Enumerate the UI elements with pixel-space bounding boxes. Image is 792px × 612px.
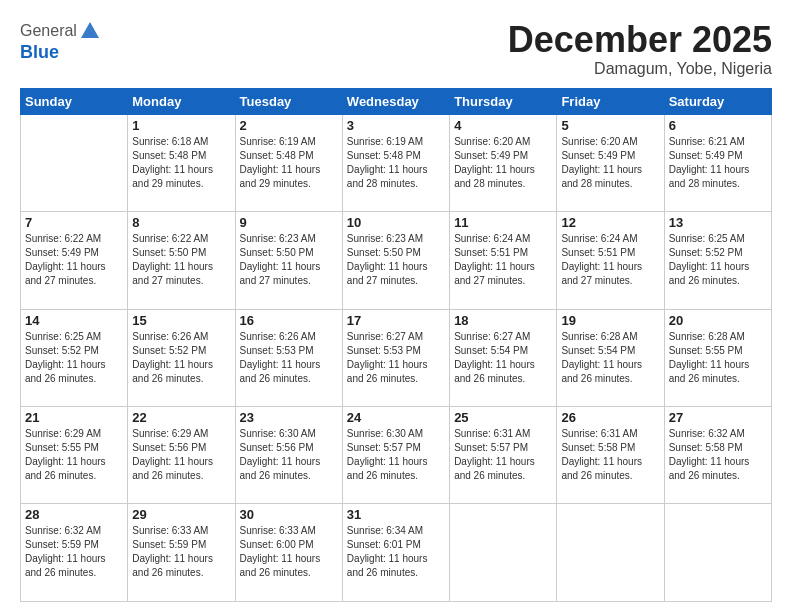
calendar-cell: 24Sunrise: 6:30 AM Sunset: 5:57 PM Dayli… [342, 407, 449, 504]
calendar-cell: 19Sunrise: 6:28 AM Sunset: 5:54 PM Dayli… [557, 309, 664, 406]
day-info: Sunrise: 6:22 AM Sunset: 5:49 PM Dayligh… [25, 232, 123, 288]
day-info: Sunrise: 6:24 AM Sunset: 5:51 PM Dayligh… [561, 232, 659, 288]
day-info: Sunrise: 6:32 AM Sunset: 5:58 PM Dayligh… [669, 427, 767, 483]
day-number: 16 [240, 313, 338, 328]
calendar-cell [21, 114, 128, 211]
calendar-cell: 26Sunrise: 6:31 AM Sunset: 5:58 PM Dayli… [557, 407, 664, 504]
day-number: 4 [454, 118, 552, 133]
day-number: 5 [561, 118, 659, 133]
day-info: Sunrise: 6:34 AM Sunset: 6:01 PM Dayligh… [347, 524, 445, 580]
calendar-cell: 8Sunrise: 6:22 AM Sunset: 5:50 PM Daylig… [128, 212, 235, 309]
header-friday: Friday [557, 88, 664, 114]
day-number: 27 [669, 410, 767, 425]
calendar-cell: 4Sunrise: 6:20 AM Sunset: 5:49 PM Daylig… [450, 114, 557, 211]
day-info: Sunrise: 6:31 AM Sunset: 5:58 PM Dayligh… [561, 427, 659, 483]
calendar-cell: 20Sunrise: 6:28 AM Sunset: 5:55 PM Dayli… [664, 309, 771, 406]
calendar-cell: 16Sunrise: 6:26 AM Sunset: 5:53 PM Dayli… [235, 309, 342, 406]
header-wednesday: Wednesday [342, 88, 449, 114]
calendar-cell: 18Sunrise: 6:27 AM Sunset: 5:54 PM Dayli… [450, 309, 557, 406]
day-number: 12 [561, 215, 659, 230]
calendar-cell: 28Sunrise: 6:32 AM Sunset: 5:59 PM Dayli… [21, 504, 128, 602]
day-number: 10 [347, 215, 445, 230]
day-number: 13 [669, 215, 767, 230]
day-number: 21 [25, 410, 123, 425]
header-saturday: Saturday [664, 88, 771, 114]
calendar-cell: 23Sunrise: 6:30 AM Sunset: 5:56 PM Dayli… [235, 407, 342, 504]
calendar-cell: 25Sunrise: 6:31 AM Sunset: 5:57 PM Dayli… [450, 407, 557, 504]
calendar-cell: 14Sunrise: 6:25 AM Sunset: 5:52 PM Dayli… [21, 309, 128, 406]
day-number: 25 [454, 410, 552, 425]
calendar-cell: 30Sunrise: 6:33 AM Sunset: 6:00 PM Dayli… [235, 504, 342, 602]
calendar-cell: 1Sunrise: 6:18 AM Sunset: 5:48 PM Daylig… [128, 114, 235, 211]
logo-blue-text: Blue [20, 42, 59, 62]
day-info: Sunrise: 6:26 AM Sunset: 5:52 PM Dayligh… [132, 330, 230, 386]
day-number: 14 [25, 313, 123, 328]
day-number: 26 [561, 410, 659, 425]
calendar-week-row: 1Sunrise: 6:18 AM Sunset: 5:48 PM Daylig… [21, 114, 772, 211]
day-info: Sunrise: 6:18 AM Sunset: 5:48 PM Dayligh… [132, 135, 230, 191]
day-number: 24 [347, 410, 445, 425]
day-info: Sunrise: 6:28 AM Sunset: 5:55 PM Dayligh… [669, 330, 767, 386]
day-info: Sunrise: 6:19 AM Sunset: 5:48 PM Dayligh… [240, 135, 338, 191]
calendar-week-row: 28Sunrise: 6:32 AM Sunset: 5:59 PM Dayli… [21, 504, 772, 602]
day-number: 6 [669, 118, 767, 133]
day-number: 8 [132, 215, 230, 230]
calendar-week-row: 7Sunrise: 6:22 AM Sunset: 5:49 PM Daylig… [21, 212, 772, 309]
day-info: Sunrise: 6:27 AM Sunset: 5:54 PM Dayligh… [454, 330, 552, 386]
weekday-header-row: Sunday Monday Tuesday Wednesday Thursday… [21, 88, 772, 114]
header-tuesday: Tuesday [235, 88, 342, 114]
day-number: 30 [240, 507, 338, 522]
svg-marker-0 [81, 22, 99, 38]
day-info: Sunrise: 6:23 AM Sunset: 5:50 PM Dayligh… [240, 232, 338, 288]
day-info: Sunrise: 6:23 AM Sunset: 5:50 PM Dayligh… [347, 232, 445, 288]
day-info: Sunrise: 6:19 AM Sunset: 5:48 PM Dayligh… [347, 135, 445, 191]
calendar-cell: 9Sunrise: 6:23 AM Sunset: 5:50 PM Daylig… [235, 212, 342, 309]
day-info: Sunrise: 6:26 AM Sunset: 5:53 PM Dayligh… [240, 330, 338, 386]
day-info: Sunrise: 6:30 AM Sunset: 5:56 PM Dayligh… [240, 427, 338, 483]
day-number: 29 [132, 507, 230, 522]
day-number: 18 [454, 313, 552, 328]
day-number: 1 [132, 118, 230, 133]
day-number: 2 [240, 118, 338, 133]
calendar-table: Sunday Monday Tuesday Wednesday Thursday… [20, 88, 772, 602]
day-number: 19 [561, 313, 659, 328]
day-info: Sunrise: 6:29 AM Sunset: 5:56 PM Dayligh… [132, 427, 230, 483]
calendar-cell: 22Sunrise: 6:29 AM Sunset: 5:56 PM Dayli… [128, 407, 235, 504]
day-info: Sunrise: 6:25 AM Sunset: 5:52 PM Dayligh… [25, 330, 123, 386]
header-sunday: Sunday [21, 88, 128, 114]
logo-icon [79, 20, 101, 42]
day-number: 3 [347, 118, 445, 133]
day-number: 17 [347, 313, 445, 328]
day-info: Sunrise: 6:25 AM Sunset: 5:52 PM Dayligh… [669, 232, 767, 288]
day-info: Sunrise: 6:32 AM Sunset: 5:59 PM Dayligh… [25, 524, 123, 580]
calendar-cell: 13Sunrise: 6:25 AM Sunset: 5:52 PM Dayli… [664, 212, 771, 309]
day-info: Sunrise: 6:33 AM Sunset: 5:59 PM Dayligh… [132, 524, 230, 580]
logo: General Blue [20, 20, 101, 63]
calendar-cell: 21Sunrise: 6:29 AM Sunset: 5:55 PM Dayli… [21, 407, 128, 504]
day-info: Sunrise: 6:31 AM Sunset: 5:57 PM Dayligh… [454, 427, 552, 483]
calendar-week-row: 14Sunrise: 6:25 AM Sunset: 5:52 PM Dayli… [21, 309, 772, 406]
day-info: Sunrise: 6:21 AM Sunset: 5:49 PM Dayligh… [669, 135, 767, 191]
header-monday: Monday [128, 88, 235, 114]
month-title: December 2025 [508, 20, 772, 60]
calendar-cell: 6Sunrise: 6:21 AM Sunset: 5:49 PM Daylig… [664, 114, 771, 211]
calendar-cell: 3Sunrise: 6:19 AM Sunset: 5:48 PM Daylig… [342, 114, 449, 211]
calendar-cell [450, 504, 557, 602]
title-area: December 2025 Damagum, Yobe, Nigeria [508, 20, 772, 78]
header: General Blue December 2025 Damagum, Yobe… [20, 20, 772, 78]
calendar-cell [557, 504, 664, 602]
day-info: Sunrise: 6:20 AM Sunset: 5:49 PM Dayligh… [454, 135, 552, 191]
logo-general-text: General [20, 22, 77, 40]
day-number: 23 [240, 410, 338, 425]
calendar-cell: 17Sunrise: 6:27 AM Sunset: 5:53 PM Dayli… [342, 309, 449, 406]
day-number: 28 [25, 507, 123, 522]
day-info: Sunrise: 6:30 AM Sunset: 5:57 PM Dayligh… [347, 427, 445, 483]
calendar-cell: 2Sunrise: 6:19 AM Sunset: 5:48 PM Daylig… [235, 114, 342, 211]
day-number: 9 [240, 215, 338, 230]
day-number: 31 [347, 507, 445, 522]
calendar-cell: 10Sunrise: 6:23 AM Sunset: 5:50 PM Dayli… [342, 212, 449, 309]
day-info: Sunrise: 6:24 AM Sunset: 5:51 PM Dayligh… [454, 232, 552, 288]
day-number: 15 [132, 313, 230, 328]
calendar-cell: 7Sunrise: 6:22 AM Sunset: 5:49 PM Daylig… [21, 212, 128, 309]
calendar-cell: 11Sunrise: 6:24 AM Sunset: 5:51 PM Dayli… [450, 212, 557, 309]
